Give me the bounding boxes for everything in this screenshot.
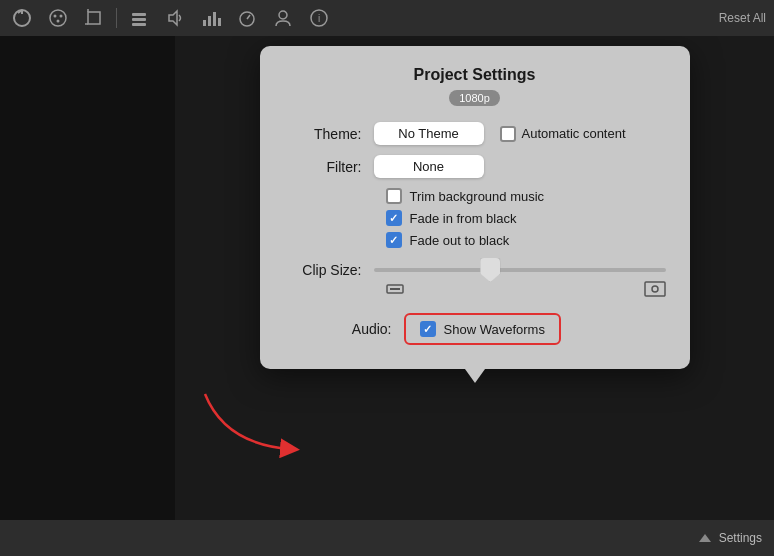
svg-point-20: [279, 11, 287, 19]
separator: [116, 8, 117, 28]
popup-subtitle: 1080p: [284, 88, 666, 106]
filter-label: Filter:: [284, 159, 374, 175]
svg-point-6: [57, 20, 60, 23]
trim-music-checkbox[interactable]: [386, 188, 402, 204]
automatic-content-row: Automatic content: [500, 126, 626, 142]
speed-icon[interactable]: [233, 4, 261, 32]
modal-overlay: Project Settings 1080p Theme: No Theme A…: [175, 36, 774, 520]
show-waveforms-checkbox[interactable]: [420, 321, 436, 337]
resolution-badge: 1080p: [449, 90, 500, 106]
settings-arrow-icon: [699, 534, 711, 542]
bottom-bar: Settings: [0, 520, 774, 556]
small-clip-icon: [386, 282, 404, 299]
svg-point-5: [60, 15, 63, 18]
clip-size-slider-thumb[interactable]: [480, 258, 500, 282]
filter-dropdown[interactable]: None: [374, 155, 484, 178]
automatic-content-label: Automatic content: [522, 126, 626, 141]
palette-icon[interactable]: [44, 4, 72, 32]
crop-icon[interactable]: [80, 4, 108, 32]
filter-row: Filter: None: [284, 155, 666, 178]
fade-out-row: Fade out to black: [284, 232, 666, 248]
fade-out-checkbox[interactable]: [386, 232, 402, 248]
automatic-content-checkbox[interactable]: [500, 126, 516, 142]
popup-arrow: [465, 369, 485, 383]
audio-label: Audio:: [314, 321, 404, 337]
person-icon[interactable]: [269, 4, 297, 32]
svg-rect-25: [645, 282, 665, 296]
svg-rect-7: [88, 12, 100, 24]
reset-all-button[interactable]: Reset All: [719, 11, 766, 25]
clip-size-label: Clip Size:: [284, 262, 374, 278]
fade-in-label: Fade in from black: [410, 211, 517, 226]
large-clip-icon: [644, 280, 666, 301]
audio-highlight-box: Show Waveforms: [404, 313, 561, 345]
svg-rect-10: [132, 13, 146, 16]
volume-icon[interactable]: [161, 4, 189, 32]
svg-rect-16: [213, 12, 216, 26]
svg-text:i: i: [318, 13, 320, 24]
popup-title: Project Settings: [284, 66, 666, 84]
clip-size-slider-track[interactable]: [374, 268, 666, 272]
trim-music-row: Trim background music: [284, 188, 666, 204]
svg-point-3: [50, 10, 66, 26]
project-settings-popup: Project Settings 1080p Theme: No Theme A…: [260, 46, 690, 369]
info-icon[interactable]: i: [305, 4, 333, 32]
svg-point-4: [54, 15, 57, 18]
svg-point-26: [652, 286, 658, 292]
undo-icon[interactable]: [8, 4, 36, 32]
svg-line-19: [247, 15, 250, 19]
svg-rect-12: [132, 23, 146, 26]
settings-button[interactable]: Settings: [719, 531, 762, 545]
fade-in-row: Fade in from black: [284, 210, 666, 226]
slider-icons-row: [284, 280, 666, 301]
svg-rect-14: [203, 20, 206, 26]
bars-icon[interactable]: [197, 4, 225, 32]
layers-icon[interactable]: [125, 4, 153, 32]
svg-marker-13: [169, 11, 177, 25]
theme-dropdown[interactable]: No Theme: [374, 122, 484, 145]
preview-area: [0, 36, 175, 520]
svg-rect-15: [208, 16, 211, 26]
trim-music-label: Trim background music: [410, 189, 545, 204]
theme-label: Theme:: [284, 126, 374, 142]
svg-rect-17: [218, 18, 221, 26]
fade-in-checkbox[interactable]: [386, 210, 402, 226]
audio-row: Audio: Show Waveforms: [284, 313, 666, 345]
svg-rect-11: [132, 18, 146, 21]
svg-rect-24: [390, 288, 400, 290]
show-waveforms-label: Show Waveforms: [444, 322, 545, 337]
clip-size-row: Clip Size:: [284, 262, 666, 278]
theme-row: Theme: No Theme Automatic content: [284, 122, 666, 145]
toolbar: i Reset All: [0, 0, 774, 36]
fade-out-label: Fade out to black: [410, 233, 510, 248]
